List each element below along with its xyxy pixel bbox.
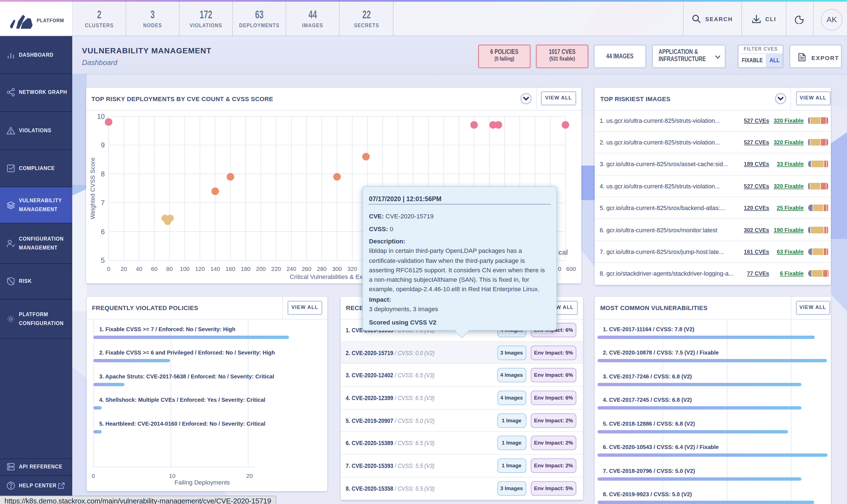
- svg-text:260: 260: [302, 265, 311, 272]
- svg-text:5: 5: [101, 256, 105, 264]
- svg-text:20: 20: [120, 265, 127, 272]
- svg-text:0: 0: [107, 265, 110, 272]
- svg-text:40: 40: [136, 265, 142, 272]
- svg-text:600: 600: [566, 265, 576, 272]
- svg-text:180: 180: [240, 265, 250, 272]
- svg-text:0: 0: [558, 265, 561, 272]
- svg-text:160: 160: [226, 265, 235, 272]
- svg-text:280: 280: [317, 265, 326, 272]
- svg-text:8: 8: [101, 170, 105, 178]
- svg-text:Weighted CVSS Score: Weighted CVSS Score: [89, 157, 96, 219]
- svg-text:cal: cal: [558, 248, 568, 256]
- svg-text:220: 220: [271, 265, 281, 272]
- svg-text:7: 7: [101, 199, 105, 206]
- svg-text:240: 240: [286, 265, 296, 272]
- svg-text:100: 100: [180, 265, 189, 272]
- svg-text:120: 120: [195, 265, 204, 272]
- svg-text:300: 300: [332, 265, 342, 272]
- svg-text:9: 9: [101, 141, 105, 149]
- svg-text:10: 10: [97, 112, 105, 120]
- svg-text:140: 140: [210, 265, 220, 272]
- svg-text:60: 60: [151, 265, 157, 272]
- svg-text:6: 6: [101, 228, 105, 235]
- svg-text:200: 200: [256, 265, 265, 272]
- svg-text:80: 80: [166, 265, 172, 272]
- svg-text:320: 320: [347, 265, 357, 272]
